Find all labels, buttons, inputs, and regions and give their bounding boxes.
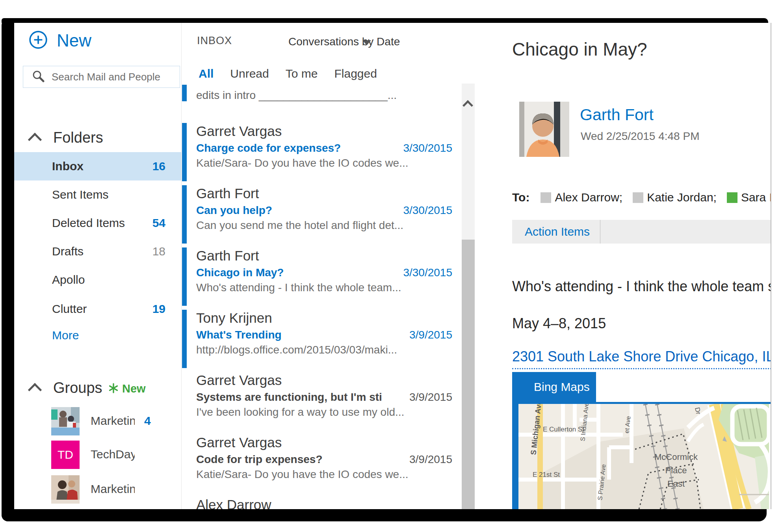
folders-heading: Folders bbox=[53, 129, 103, 146]
group-photo bbox=[51, 475, 80, 504]
sidebar-item-clutter[interactable]: Clutter 19 bbox=[14, 295, 181, 323]
new-mail-label: New bbox=[57, 31, 91, 50]
unread-indicator bbox=[182, 310, 187, 368]
window-frame-left bbox=[2, 18, 14, 521]
list-item-partial[interactable]: edits in intro _____________________... bbox=[196, 89, 468, 102]
sidebar-group-techdays[interactable]: TD TechDays bbox=[14, 441, 181, 472]
list-item[interactable]: Garth Fort Can you help? 3/30/2015 Can y… bbox=[182, 185, 458, 246]
map-label-21st: E 21st St bbox=[533, 471, 560, 478]
groups-new-badge: New bbox=[108, 382, 146, 395]
tab-flagged[interactable]: Flagged bbox=[334, 67, 377, 80]
sidebar-divider bbox=[181, 23, 182, 509]
unread-count-badge: 54 bbox=[152, 216, 165, 230]
window-frame-bottom bbox=[2, 509, 767, 521]
action-items-tab[interactable]: Action Items bbox=[525, 225, 590, 238]
more-folders-link[interactable]: More bbox=[52, 329, 79, 342]
groups-heading: Groups bbox=[53, 379, 102, 396]
list-item[interactable]: Alex Darrow bbox=[182, 497, 458, 509]
unread-count-badge: 16 bbox=[152, 160, 165, 173]
sidebar-item-sent-items[interactable]: Sent Items bbox=[14, 180, 181, 209]
chevron-up-icon bbox=[28, 383, 42, 396]
sidebar-group-marketing[interactable]: Marketing 4 bbox=[14, 407, 181, 439]
sort-dropdown[interactable]: Conversations by Date bbox=[288, 35, 400, 48]
search-input[interactable] bbox=[51, 71, 171, 84]
search-box[interactable] bbox=[23, 66, 180, 88]
tab-unread[interactable]: Unread bbox=[230, 67, 269, 80]
bing-map-canvas[interactable]: S Michigan Ave S Indiana Ave E Cullerton… bbox=[518, 404, 769, 509]
recipient-chip[interactable]: Katie Jordan; bbox=[633, 191, 717, 204]
presence-indicator bbox=[541, 192, 551, 203]
sender-photo bbox=[519, 102, 569, 157]
circle-plus-icon bbox=[28, 30, 48, 51]
unread-count-badge: 4 bbox=[144, 414, 151, 428]
addin-bar: Action Items bbox=[512, 220, 771, 244]
recipient-chip[interactable]: Alex Darrow; bbox=[541, 191, 622, 204]
list-item[interactable]: Garret Vargas Systems are functioning, b… bbox=[182, 372, 458, 433]
outlook-mail-app: New Folders Inbox 16 Sent Items Deleted … bbox=[0, 0, 782, 532]
unread-indicator bbox=[182, 247, 187, 306]
recipients-row: To: Alex Darrow; Katie Jordan; Sara Davi… bbox=[512, 191, 771, 204]
list-folder-title: INBOX bbox=[197, 35, 232, 47]
sidebar-item-inbox[interactable]: Inbox 16 bbox=[14, 152, 181, 180]
search-icon bbox=[32, 70, 45, 84]
window-frame-top bbox=[2, 18, 768, 23]
map-label-mccormick: Place bbox=[665, 465, 687, 475]
map-label-mccormick: East bbox=[667, 479, 685, 489]
chevron-up-icon bbox=[28, 132, 42, 146]
tab-all[interactable]: All bbox=[199, 67, 214, 80]
asterisk-icon bbox=[108, 383, 119, 395]
sidebar-item-drafts[interactable]: Drafts 18 bbox=[14, 237, 181, 266]
mail-window: New Folders Inbox 16 Sent Items Deleted … bbox=[14, 23, 771, 509]
new-mail-button[interactable]: New bbox=[28, 30, 91, 51]
unread-indicator bbox=[182, 85, 187, 101]
embedded-map[interactable]: S Michigan Ave S Indiana Ave E Cullerton… bbox=[512, 402, 771, 509]
chevron-down-icon[interactable] bbox=[362, 40, 371, 45]
presence-indicator bbox=[727, 192, 737, 203]
tab-to-me[interactable]: To me bbox=[286, 67, 318, 80]
group-logo: TD bbox=[51, 441, 80, 469]
unread-indicator bbox=[182, 185, 187, 244]
message-subject-title: Chicago in May? bbox=[512, 39, 647, 60]
address-link[interactable]: 2301 South Lake Shore Drive Chicago, IL … bbox=[512, 348, 771, 369]
bing-maps-tab[interactable]: Bing Maps bbox=[512, 372, 596, 402]
filter-tabs: All Unread To me Flagged bbox=[199, 67, 377, 80]
list-item[interactable]: Garret Vargas Code for trip expenses? 3/… bbox=[182, 434, 458, 495]
recipient-chip[interactable]: Sara Davis; bbox=[727, 191, 771, 204]
message-body-line: May 4–8, 2015 bbox=[512, 315, 606, 332]
map-left-accent bbox=[512, 404, 518, 509]
addin-bar-divider bbox=[600, 220, 600, 244]
scrollbar-up-arrow[interactable] bbox=[464, 102, 472, 111]
folders-section-header[interactable]: Folders bbox=[14, 127, 181, 148]
to-label: To: bbox=[512, 191, 529, 204]
unread-count-badge: 19 bbox=[152, 302, 165, 316]
sender-name-link[interactable]: Garth Fort bbox=[580, 106, 654, 124]
message-body-line: Who's attending - I think the whole team… bbox=[512, 278, 771, 295]
sidebar-item-deleted-items[interactable]: Deleted Items 54 bbox=[14, 209, 181, 237]
sidebar-group-marketing-2[interactable]: Marketing bbox=[14, 475, 181, 507]
presence-indicator bbox=[633, 192, 643, 203]
message-datetime: Wed 2/25/2015 4:48 PM bbox=[581, 130, 699, 143]
scrollbar-thumb[interactable] bbox=[462, 240, 475, 509]
list-item[interactable]: Garth Fort Chicago in May? 3/30/2015 Who… bbox=[182, 247, 458, 308]
list-item[interactable]: Garret Vargas Charge code for expenses? … bbox=[182, 123, 458, 184]
map-label-cullerton: E Cullerton St bbox=[543, 426, 584, 433]
groups-section-header[interactable]: Groups bbox=[14, 378, 181, 398]
list-item[interactable]: Tony Krijnen What's Trending 3/9/2015 ht… bbox=[182, 310, 458, 370]
sidebar-item-apollo[interactable]: Apollo bbox=[14, 266, 181, 294]
group-photo bbox=[51, 407, 80, 435]
map-label-mccormick: McCormick bbox=[654, 452, 698, 462]
unread-indicator bbox=[182, 123, 187, 181]
item-count-badge: 18 bbox=[152, 245, 165, 258]
